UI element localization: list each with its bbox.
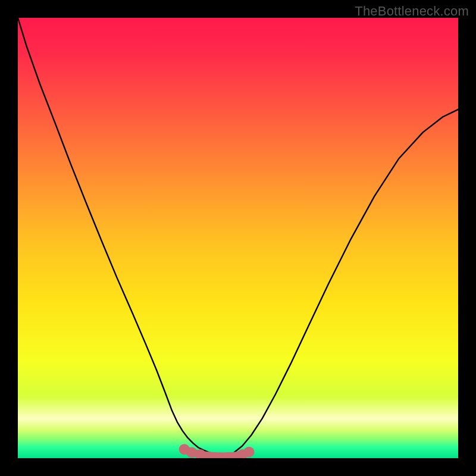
chart-container: TheBottleneck.com	[0, 0, 476, 476]
marker-point	[244, 447, 255, 458]
watermark-label: TheBottleneck.com	[355, 4, 469, 19]
bottleneck-plot	[18, 18, 458, 458]
heat-gradient-bg	[18, 18, 458, 458]
